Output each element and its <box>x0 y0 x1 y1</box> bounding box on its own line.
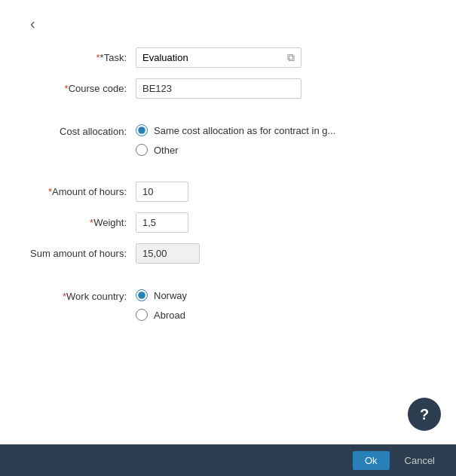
help-button[interactable]: ? <box>408 398 441 431</box>
work-country-radio2[interactable] <box>136 309 148 321</box>
sum-hours-row: Sum amount of hours: <box>30 243 426 264</box>
help-icon: ? <box>420 406 429 423</box>
task-row: **Task: ⧉ <box>30 47 426 68</box>
work-country-label2: Abroad <box>154 310 185 321</box>
course-code-row: *Course code: <box>30 78 426 99</box>
back-icon: ‹ <box>30 15 35 32</box>
course-code-input[interactable] <box>136 78 301 99</box>
work-country-radio1[interactable] <box>136 289 148 301</box>
sum-hours-input <box>136 243 200 264</box>
work-country-label1: Norway <box>154 290 187 301</box>
weight-input[interactable] <box>136 212 188 233</box>
weight-row: *Weight: <box>30 212 426 233</box>
cost-allocation-option2[interactable]: Other <box>136 144 335 156</box>
work-country-option2[interactable]: Abroad <box>136 309 187 321</box>
task-label: **Task: <box>30 52 136 63</box>
footer-bar: Ok Cancel <box>0 444 456 476</box>
amount-hours-row: *Amount of hours: <box>30 182 426 202</box>
cost-allocation-label1: Same cost allocation as for contract in … <box>154 125 335 136</box>
cost-allocation-radio2[interactable] <box>136 144 148 156</box>
work-country-label: *Work country: <box>30 289 136 302</box>
weight-label: *Weight: <box>30 217 136 228</box>
task-input-wrapper: ⧉ <box>136 47 301 68</box>
cancel-button[interactable]: Cancel <box>396 451 444 470</box>
work-country-option1[interactable]: Norway <box>136 289 187 301</box>
task-input[interactable] <box>136 48 281 67</box>
sum-hours-label: Sum amount of hours: <box>30 248 136 259</box>
course-code-label: *Course code: <box>30 83 136 94</box>
back-button[interactable]: ‹ <box>30 15 426 32</box>
work-country-row: *Work country: Norway Abroad <box>30 289 426 321</box>
work-country-radio-group: Norway Abroad <box>136 289 187 321</box>
cost-allocation-radio-group: Same cost allocation as for contract in … <box>136 124 335 156</box>
cost-allocation-label2: Other <box>154 145 179 156</box>
cost-allocation-row: Cost allocation: Same cost allocation as… <box>30 124 426 156</box>
cost-allocation-label: Cost allocation: <box>30 124 136 137</box>
cost-allocation-option1[interactable]: Same cost allocation as for contract in … <box>136 124 335 136</box>
amount-hours-input[interactable] <box>136 182 188 202</box>
main-content: ‹ **Task: ⧉ *Course code: Cost allocatio… <box>0 0 456 444</box>
ok-button[interactable]: Ok <box>353 451 390 470</box>
copy-icon[interactable]: ⧉ <box>281 48 301 67</box>
cost-allocation-radio1[interactable] <box>136 124 148 136</box>
amount-hours-label: *Amount of hours: <box>30 186 136 197</box>
